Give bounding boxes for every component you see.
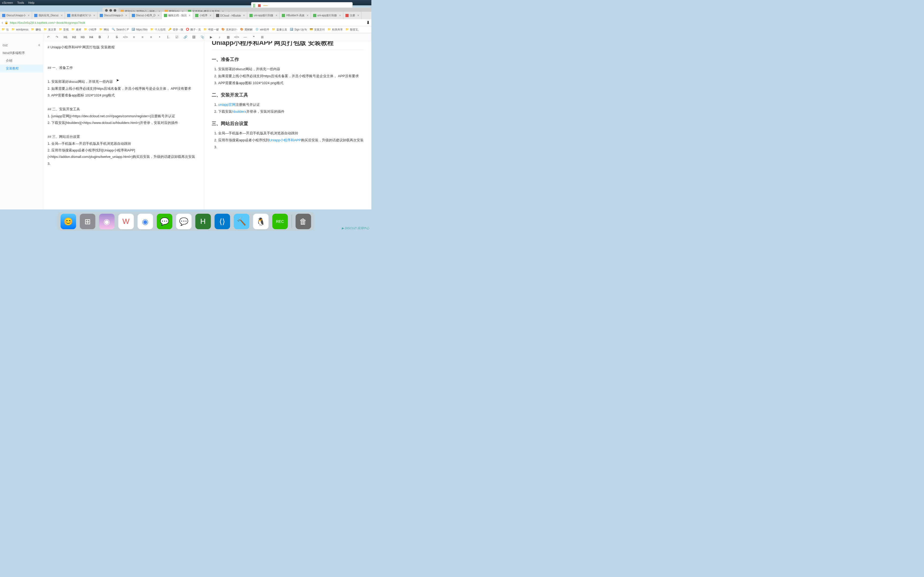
editor-line[interactable]: 2. 如果需要上线小程序必须支持https且域名备案，并且小程序账号是企业主体，… xyxy=(48,86,200,92)
bookmark-item[interactable]: 📁发文章 xyxy=(44,28,56,32)
bookmark-item[interactable]: ⭕圈子 - 克 xyxy=(186,28,201,32)
music-icon[interactable]: ♪ xyxy=(217,35,222,40)
editor-line[interactable] xyxy=(48,58,200,64)
bookmark-item[interactable]: 💳安装支付 xyxy=(310,28,325,32)
close-icon[interactable]: × xyxy=(61,14,63,18)
dock-app-xcode[interactable]: 🔨 xyxy=(234,214,249,229)
stop-icon[interactable] xyxy=(258,4,261,7)
editor-line[interactable]: 1. 全局—手机版本—开启手机版及手机浏览器自动跳转 xyxy=(48,141,200,147)
editor-line[interactable]: ## 三、网站后台设置 xyxy=(48,134,200,140)
hr-icon[interactable]: — xyxy=(243,35,247,40)
bookmark-item[interactable]: 📁影视 xyxy=(59,28,69,32)
editor-line[interactable] xyxy=(48,127,200,133)
editor-line[interactable]: 1. 安装部署好discuz网站，并填充一些内容 xyxy=(48,79,200,85)
video-icon[interactable]: ▶ xyxy=(208,35,213,40)
inner-tab[interactable]: Discuz小程序_D× xyxy=(130,12,162,19)
bookmark-item[interactable]: 📁论 xyxy=(2,28,9,32)
dock-app-trash[interactable]: 🗑 xyxy=(296,214,311,229)
bookmark-item[interactable]: 📁书签一键 xyxy=(204,28,219,32)
editor-line[interactable]: 2. 应用市场搜索app或者小程序找到[Uniapp小程序和APP](<http… xyxy=(48,147,200,160)
close-icon[interactable]: × xyxy=(189,14,191,18)
inner-tab[interactable]: DCloud - HBuilde× xyxy=(214,12,247,19)
bookmark-item[interactable]: 📁裂变宝, xyxy=(346,28,359,32)
bookmark-item[interactable]: 📁赚钱 xyxy=(31,28,41,32)
inner-tab[interactable]: uni-app发行到微× xyxy=(311,12,343,19)
link-plugin[interactable]: Uniapp小程序和APP xyxy=(269,138,301,142)
sidebar-item-install[interactable]: 安装教程 xyxy=(0,64,43,73)
quote-icon[interactable]: ❝ xyxy=(251,35,256,40)
menu-tools[interactable]: Tools xyxy=(17,1,24,4)
inner-tab[interactable]: HBuilderX-高效× xyxy=(279,12,311,19)
inner-tab[interactable]: 编辑文档 · 知识× xyxy=(162,12,193,19)
bookmark-item[interactable]: 🔑登录 - 微 xyxy=(168,28,183,32)
url-text[interactable]: https://5xo2e5q2j9.k.topthink.com/~/book… xyxy=(10,21,365,24)
editor-line[interactable] xyxy=(48,51,200,58)
close-icon[interactable]: × xyxy=(210,14,212,18)
editor-line[interactable]: ## 一、准备工作 xyxy=(48,65,200,71)
bookmark-item[interactable]: 📁个人信用 xyxy=(150,28,165,32)
bookmark-item[interactable]: 🅿️Sign Up fo xyxy=(290,28,307,32)
bookmark-item[interactable]: 📁精美共享 xyxy=(328,28,343,32)
bookmark-item[interactable]: 💿win软件 xyxy=(255,28,269,32)
dock-app-wework[interactable]: 💬 xyxy=(176,214,191,229)
extension-icon[interactable]: ⬇ xyxy=(366,20,370,25)
plus-icon[interactable]: + xyxy=(38,43,40,48)
menu-help[interactable]: Help xyxy=(28,1,34,4)
sidebar-item-intro[interactable]: 介绍 xyxy=(0,57,43,64)
editor-line[interactable]: ## 二、安装开发工具 xyxy=(48,106,200,113)
bookmark-item[interactable]: 📁网站 xyxy=(99,28,109,32)
close-icon[interactable]: × xyxy=(307,14,309,18)
sidebar-root[interactable]: iscuzX多端程序 xyxy=(0,49,43,57)
dock-app-qq[interactable]: 🐧 xyxy=(253,214,268,229)
bookmark-item[interactable]: 📁小程序 xyxy=(84,28,97,32)
inner-tab[interactable]: 小程序× xyxy=(193,12,214,19)
inner-tab[interactable]: 注册× xyxy=(343,12,362,19)
editor-line[interactable]: 1. [uniapp官网](<https://dev.dcloud.net.cn… xyxy=(48,113,200,120)
inner-tab[interactable]: 我的应用_Discuz× xyxy=(32,12,65,19)
bookmark-item[interactable]: 📁蓝秦云直 xyxy=(272,28,287,32)
more-icon[interactable]: ⊞ xyxy=(260,35,265,40)
close-dot[interactable] xyxy=(105,9,108,12)
close-icon[interactable]: × xyxy=(339,14,341,18)
table-icon[interactable]: ▦ xyxy=(226,35,231,40)
editor-line[interactable]: 2. 下载安装[hbuilderx](<https://www.dcloud.i… xyxy=(48,120,200,126)
editor-line[interactable] xyxy=(48,99,200,106)
close-icon[interactable]: × xyxy=(28,14,30,18)
menu-app[interactable]: cScreen xyxy=(2,1,13,4)
inner-tab[interactable]: DiscuzUniapp小× xyxy=(0,12,32,19)
dock-app-vscode[interactable]: ⟨⟩ xyxy=(215,214,230,229)
dock-app-rec[interactable]: REC xyxy=(272,214,288,229)
close-icon[interactable]: × xyxy=(243,14,245,18)
bookmark-item[interactable]: 🔍Search | P xyxy=(112,28,129,32)
dock-app-hbuilder[interactable]: H xyxy=(195,214,211,229)
bookmark-item[interactable]: 🎨克米设计- xyxy=(221,28,237,32)
editor-line[interactable]: 3. xyxy=(48,161,200,167)
dock-app-app3[interactable]: ◉ xyxy=(99,214,115,229)
back-icon[interactable]: ‹ xyxy=(2,20,3,25)
inner-tab[interactable]: uni-app发行到微× xyxy=(247,12,279,19)
link-hbuilderx[interactable]: hbuilderx xyxy=(232,110,246,114)
editor-line[interactable]: 3. APP需要准备app图标 1024*1024 png格式 xyxy=(48,92,200,99)
link-uniapp[interactable]: uniapp官网 xyxy=(218,103,236,106)
editor-line[interactable] xyxy=(48,72,200,78)
inner-tab[interactable]: 搜索关键词为"小× xyxy=(65,12,98,19)
close-icon[interactable]: × xyxy=(357,14,359,18)
bookmark-item[interactable]: 📁素材 xyxy=(71,28,81,32)
close-icon[interactable]: × xyxy=(93,14,95,18)
inner-tab[interactable]: DiscuzUniapp小× xyxy=(98,12,130,19)
min-dot[interactable] xyxy=(109,9,112,12)
bookmark-item[interactable]: 🅿️https://blo xyxy=(132,28,148,32)
close-icon[interactable]: × xyxy=(125,14,127,18)
dock-app-finder[interactable]: 😊 xyxy=(60,214,76,229)
close-icon[interactable]: × xyxy=(275,14,277,18)
max-dot[interactable] xyxy=(114,9,116,12)
close-icon[interactable]: × xyxy=(157,14,159,18)
editor-line[interactable]: # Uniapp小程序和APP 网页打包版 安装教程 xyxy=(48,44,200,51)
dock-app-wechat[interactable]: 💬 xyxy=(157,214,172,229)
markdown-editor[interactable]: # Uniapp小程序和APP 网页打包版 安装教程 ## 一、准备工作 1. … xyxy=(43,33,204,210)
bookmark-item[interactable]: 🎨图鲜解 xyxy=(240,28,253,32)
dock-app-launchpad[interactable]: ⊞ xyxy=(80,214,95,229)
dock-app-chrome[interactable]: ◉ xyxy=(137,214,153,229)
bookmark-item[interactable]: 📁wordpress xyxy=(11,28,28,32)
dock-app-wps[interactable]: W xyxy=(118,214,134,229)
